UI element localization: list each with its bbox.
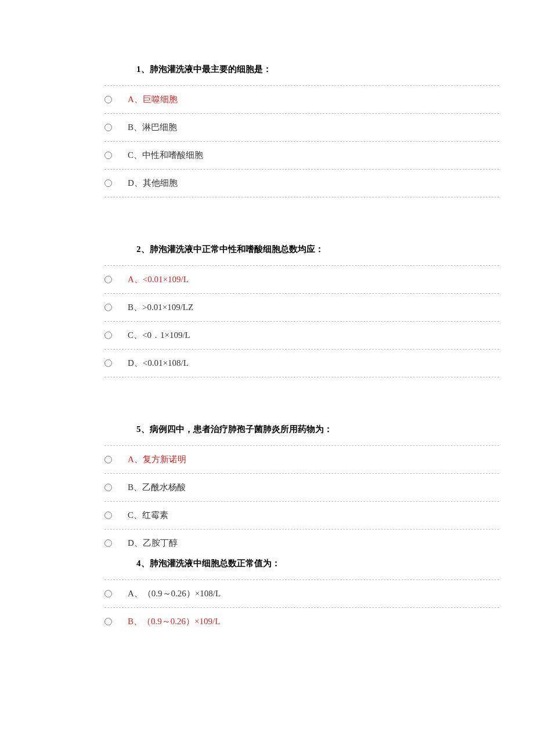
option-label: D、<0.01×108/L bbox=[128, 358, 499, 369]
option-row: D、乙胺丁醇 bbox=[104, 530, 499, 557]
option-row: D、其他细胞 bbox=[104, 170, 499, 197]
option-row: A、巨噬细胞 bbox=[104, 86, 499, 114]
option-row: B、淋巴细胞 bbox=[104, 114, 499, 142]
option-radio[interactable] bbox=[104, 276, 112, 283]
question-block: 2、肺泡灌洗液中正常中性和嗜酸细胞总数均应： A、<0.01×109/L B、>… bbox=[104, 238, 499, 377]
option-row: C、红霉素 bbox=[104, 502, 499, 530]
question-stem: 2、肺泡灌洗液中正常中性和嗜酸细胞总数均应： bbox=[104, 238, 499, 265]
option-radio[interactable] bbox=[104, 124, 112, 131]
option-radio[interactable] bbox=[104, 179, 112, 187]
document-page: 1、肺泡灌洗液中最主要的细胞是： A、巨噬细胞 B、淋巴细胞 C、中性和嗜酸细胞… bbox=[0, 0, 534, 699]
option-radio[interactable] bbox=[104, 304, 112, 311]
option-label: B、（0.9～0.26）×109/L bbox=[128, 616, 499, 627]
option-radio[interactable] bbox=[104, 539, 112, 547]
option-label: C、红霉素 bbox=[128, 510, 499, 521]
option-label: A、<0.01×109/L bbox=[128, 274, 499, 285]
option-row: A、<0.01×109/L bbox=[104, 266, 499, 294]
option-row: C、<0．1×109/L bbox=[104, 322, 499, 350]
question-stem: 5、病例四中，患者治疗肺孢子菌肺炎所用药物为： bbox=[104, 418, 499, 445]
option-radio[interactable] bbox=[104, 590, 112, 597]
question-block: 4、肺泡灌洗液中细胞总数正常值为： A、（0.9～0.26）×108/L B、（… bbox=[104, 557, 499, 635]
question-stem: 4、肺泡灌洗液中细胞总数正常值为： bbox=[104, 557, 499, 579]
option-row: A、复方新诺明 bbox=[104, 446, 499, 474]
option-radio[interactable] bbox=[104, 332, 112, 339]
option-row: B、乙酰水杨酸 bbox=[104, 474, 499, 502]
option-radio[interactable] bbox=[104, 456, 112, 463]
option-label: A、巨噬细胞 bbox=[128, 94, 499, 105]
option-label: C、<0．1×109/L bbox=[128, 330, 499, 341]
option-row: D、<0.01×108/L bbox=[104, 350, 499, 377]
option-radio[interactable] bbox=[104, 152, 112, 159]
option-row: B、>0.01×109/LZ bbox=[104, 294, 499, 322]
option-row: C、中性和嗜酸细胞 bbox=[104, 142, 499, 170]
question-stem: 1、肺泡灌洗液中最主要的细胞是： bbox=[104, 58, 499, 85]
option-label: A、（0.9～0.26）×108/L bbox=[128, 588, 499, 599]
option-label: D、乙胺丁醇 bbox=[128, 538, 499, 549]
option-label: D、其他细胞 bbox=[128, 178, 499, 189]
option-row: B、（0.9～0.26）×109/L bbox=[104, 608, 499, 635]
option-radio[interactable] bbox=[104, 96, 112, 103]
option-radio[interactable] bbox=[104, 484, 112, 491]
option-radio[interactable] bbox=[104, 512, 112, 519]
option-label: A、复方新诺明 bbox=[128, 454, 499, 465]
option-label: C、中性和嗜酸细胞 bbox=[128, 150, 499, 161]
option-label: B、淋巴细胞 bbox=[128, 122, 499, 133]
question-block: 5、病例四中，患者治疗肺孢子菌肺炎所用药物为： A、复方新诺明 B、乙酰水杨酸 … bbox=[104, 418, 499, 557]
option-row: A、（0.9～0.26）×108/L bbox=[104, 580, 499, 608]
option-radio[interactable] bbox=[104, 618, 112, 625]
question-block: 1、肺泡灌洗液中最主要的细胞是： A、巨噬细胞 B、淋巴细胞 C、中性和嗜酸细胞… bbox=[104, 58, 499, 197]
option-label: B、乙酰水杨酸 bbox=[128, 482, 499, 493]
option-label: B、>0.01×109/LZ bbox=[128, 302, 499, 313]
option-radio[interactable] bbox=[104, 359, 112, 367]
